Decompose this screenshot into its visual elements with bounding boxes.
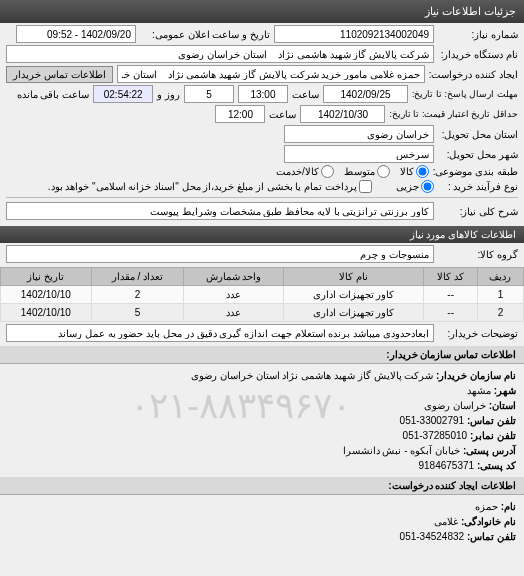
req-no-field[interactable] — [274, 25, 434, 43]
group-field[interactable] — [6, 245, 434, 263]
buyer-contact-button[interactable]: اطلاعات تماس خریدار — [6, 66, 113, 83]
radio-goods[interactable]: کالا — [400, 165, 429, 178]
announce-dt-field[interactable] — [16, 25, 136, 43]
table-header: واحد شمارش — [184, 268, 284, 286]
table-header: تعداد / مقدار — [91, 268, 184, 286]
table-header: کد کالا — [424, 268, 478, 286]
table-header: ردیف — [477, 268, 523, 286]
contact-info: نام سازمان خریدار: شرکت پالایش گاز شهید … — [0, 364, 524, 477]
buyer-note-label: توضیحات خریدار: — [438, 328, 518, 339]
creator-section-header: اطلاعات ایجاد کننده درخواست: — [0, 477, 524, 495]
subject-field[interactable] — [6, 202, 434, 220]
city-label: شهر محل تحویل: — [438, 149, 518, 160]
goods-section-title: اطلاعات کالاهای مورد نیاز — [0, 226, 524, 243]
deadline-del-time[interactable] — [215, 105, 265, 123]
deadline-resp-time[interactable] — [238, 85, 288, 103]
panel-header: جزئیات اطلاعات نیاز — [0, 0, 524, 23]
creator-info: نام: حمزه نام خانوادگی: غلامی تلفن تماس:… — [0, 495, 524, 548]
table-header: نام کالا — [283, 268, 424, 286]
buyer-org-field[interactable] — [6, 45, 434, 63]
radio-low[interactable]: کالا/خدمت — [276, 165, 334, 178]
req-creator-field[interactable] — [117, 65, 425, 83]
deadline-resp-date[interactable] — [323, 85, 408, 103]
table-header: تاریخ نیاز — [1, 268, 92, 286]
buyer-note-field[interactable] — [6, 324, 434, 342]
group-label: گروه کالا: — [438, 249, 518, 260]
radio-middle[interactable]: متوسط — [344, 165, 390, 178]
table-row[interactable]: 1--کاور تجهیزات اداریعدد21402/10/10 — [1, 286, 524, 304]
province-label: استان محل تحویل: — [438, 129, 518, 140]
subject-label: شرح کلی نیاز: — [438, 206, 518, 217]
city-field[interactable] — [284, 145, 434, 163]
buyer-org-label: نام دستگاه خریدار: — [438, 49, 518, 60]
remain-time — [93, 85, 153, 103]
deadline-del-date[interactable] — [300, 105, 385, 123]
time-label: ساعت — [292, 89, 319, 100]
deadline-resp-label: مهلت ارسال پاسخ: تا تاریخ: — [412, 89, 518, 99]
goods-table: ردیفکد کالانام کالاواحد شمارشتعداد / مقد… — [0, 267, 524, 322]
panel-title: جزئیات اطلاعات نیاز — [425, 5, 516, 17]
time-label-2: ساعت — [269, 109, 296, 120]
radio-partial[interactable]: جزیی — [396, 180, 434, 193]
contact-section-header: اطلاعات تماس سازمان خریدار: — [0, 346, 524, 364]
check-treasury[interactable]: پرداخت تمام یا بخشی از مبلغ خرید،از محل … — [48, 180, 372, 193]
req-no-label: شماره نیاز: — [438, 29, 518, 40]
category-label: طبقه بندی موضوعی: — [433, 166, 518, 177]
remain-label: ساعت باقی مانده — [17, 89, 90, 100]
days-field[interactable] — [184, 85, 234, 103]
deadline-del-label: حداقل تاریخ اعتبار قیمت: تا تاریخ: — [389, 109, 518, 119]
days-label: روز و — [157, 89, 180, 100]
divider — [6, 197, 518, 198]
buy-type-label: نوع فرآیند خرید : — [438, 181, 518, 192]
table-row[interactable]: 2--کاور تجهیزات اداریعدد51402/10/10 — [1, 304, 524, 322]
announce-dt-label: تاریخ و ساعت اعلان عمومی: — [140, 29, 270, 40]
province-field[interactable] — [284, 125, 434, 143]
req-creator-label: ایجاد کننده درخواست: — [429, 69, 518, 80]
